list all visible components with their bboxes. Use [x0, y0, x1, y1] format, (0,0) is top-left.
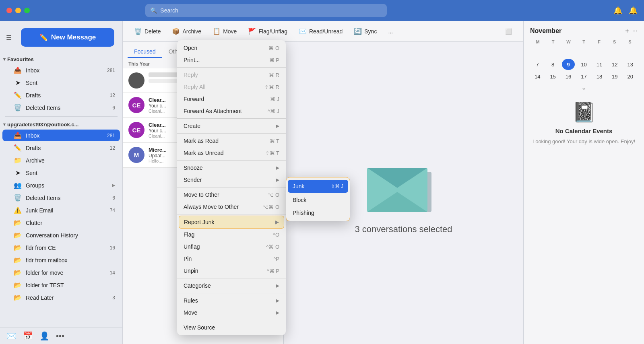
menu-item-label: Rules	[184, 297, 198, 304]
menu-item-move[interactable]: Move ▶	[177, 307, 286, 319]
shortcut: ^⌘ P	[267, 268, 279, 274]
shortcut: ^O	[273, 232, 279, 238]
submenu-item-label: Junk	[293, 183, 305, 190]
menu-item-forward[interactable]: Forward ⌘ J	[177, 93, 286, 105]
menu-item-report-junk[interactable]: Report Junk ▶	[179, 216, 284, 229]
shortcut: ^P	[273, 256, 279, 262]
menu-item-unflag[interactable]: Unflag ^⌘ O	[177, 241, 286, 253]
menu-divider	[177, 278, 286, 278]
shortcut: ⇧⌘ J	[331, 183, 343, 189]
shortcut: ⌥⌘ O	[262, 204, 279, 210]
submenu-item-phishing[interactable]: Phishing	[286, 206, 350, 219]
menu-item-label: Forward As Attachment	[184, 108, 242, 114]
shortcut: ⌘ T	[270, 138, 279, 144]
menu-item-open[interactable]: Open ⌘ O	[177, 42, 286, 54]
menu-item-mark-read[interactable]: Mark as Read ⌘ T	[177, 135, 286, 147]
menu-item-label: Mark as Unread	[184, 150, 224, 156]
menu-item-label: Pin	[184, 255, 192, 262]
menu-item-categorise[interactable]: Categorise ▶	[177, 280, 286, 292]
submenu-arrow-icon: ▶	[276, 283, 279, 288]
shortcut: ⇧⌘ T	[265, 150, 279, 156]
menu-item-label: Flag	[184, 231, 194, 238]
menu-divider	[177, 293, 286, 293]
menu-divider	[177, 133, 286, 134]
shortcut: ⌘ O	[268, 45, 279, 51]
menu-divider	[177, 320, 286, 320]
menu-divider	[177, 118, 286, 119]
menu-item-label: Always Move to Other	[184, 204, 239, 210]
menu-divider	[177, 67, 286, 68]
shortcut: ⌘ R	[269, 72, 279, 78]
submenu-item-label: Phishing	[293, 210, 314, 216]
menu-item-label: Unpin	[184, 268, 198, 274]
menu-item-flag[interactable]: Flag ^O	[177, 229, 286, 241]
menu-item-rules[interactable]: Rules ▶	[177, 295, 286, 307]
menu-item-move-other[interactable]: Move to Other ⌥ O	[177, 189, 286, 201]
shortcut: ^⌘ O	[266, 244, 279, 250]
menu-item-sender[interactable]: Sender ▶	[177, 174, 286, 186]
menu-item-label: Create	[184, 123, 200, 129]
submenu-item-junk[interactable]: Junk ⇧⌘ J	[288, 180, 348, 193]
menu-item-print[interactable]: Print... ⌘ P	[177, 54, 286, 66]
menu-item-label: Move to Other	[184, 192, 219, 198]
menu-item-label: Unflag	[184, 243, 200, 250]
submenu-report-junk: Junk ⇧⌘ J Block Phishing	[286, 177, 350, 221]
menu-item-label: Report Junk	[184, 219, 214, 225]
menu-item-reply: Reply ⌘ R	[177, 69, 286, 81]
menu-divider	[177, 214, 286, 214]
menu-divider	[177, 160, 286, 161]
menu-item-label: Open	[184, 45, 197, 51]
submenu-item-block[interactable]: Block	[286, 194, 350, 206]
submenu-arrow-icon: ▶	[276, 177, 279, 183]
menu-item-mark-unread[interactable]: Mark as Unread ⇧⌘ T	[177, 147, 286, 159]
submenu-arrow-icon: ▶	[276, 298, 279, 303]
menu-item-label: Categorise	[184, 282, 211, 289]
menu-item-view-source[interactable]: View Source	[177, 321, 286, 334]
menu-item-reply-all: Reply All ⇧⌘ R	[177, 81, 286, 93]
context-menu-overlay: Open ⌘ O Print... ⌘ P Reply ⌘ R Reply Al…	[0, 0, 644, 344]
shortcut: ⌘ J	[270, 96, 279, 102]
menu-item-label: View Source	[184, 324, 215, 331]
menu-item-always-move[interactable]: Always Move to Other ⌥⌘ O	[177, 201, 286, 213]
menu-item-snooze[interactable]: Snooze ▶	[177, 162, 286, 174]
menu-item-label: Mark as Read	[184, 138, 219, 144]
submenu-arrow-icon: ▶	[276, 123, 279, 129]
menu-item-pin[interactable]: Pin ^P	[177, 253, 286, 265]
menu-item-unpin[interactable]: Unpin ^⌘ P	[177, 265, 286, 277]
menu-item-label: Sender	[184, 177, 202, 183]
submenu-arrow-icon: ▶	[276, 165, 279, 171]
menu-item-label: Reply All	[184, 84, 205, 90]
menu-item-create[interactable]: Create ▶	[177, 120, 286, 132]
menu-item-label: Move	[184, 309, 197, 316]
shortcut: ^⌘ J	[268, 108, 279, 114]
submenu-arrow-icon: ▶	[275, 219, 279, 225]
submenu-item-label: Block	[293, 197, 306, 203]
menu-item-label: Reply	[184, 72, 198, 78]
submenu-arrow-icon: ▶	[276, 310, 279, 315]
shortcut: ⌥ O	[268, 192, 279, 198]
menu-item-label: Snooze	[184, 165, 202, 171]
menu-item-fwd-attachment[interactable]: Forward As Attachment ^⌘ J	[177, 105, 286, 117]
menu-item-label: Forward	[184, 96, 204, 102]
shortcut: ⌘ P	[269, 57, 279, 63]
context-menu: Open ⌘ O Print... ⌘ P Reply ⌘ R Reply Al…	[177, 40, 286, 335]
shortcut: ⇧⌘ R	[264, 84, 279, 90]
menu-item-label: Print...	[184, 57, 200, 63]
menu-divider	[177, 187, 286, 187]
